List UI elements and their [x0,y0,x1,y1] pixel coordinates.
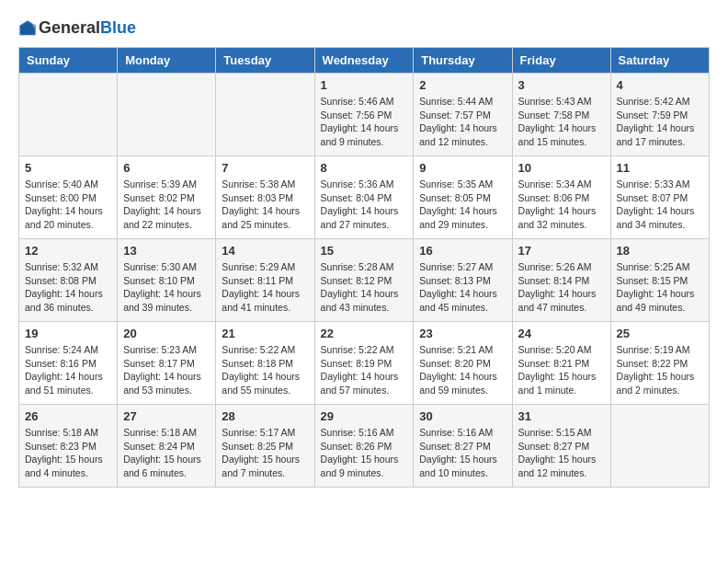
day-header-thursday: Thursday [414,48,512,74]
day-info: Sunrise: 5:30 AMSunset: 8:10 PMDaylight:… [123,260,210,315]
day-number: 11 [617,161,703,175]
calendar-cell: 13 Sunrise: 5:30 AMSunset: 8:10 PMDaylig… [118,239,216,322]
calendar-cell: 8 Sunrise: 5:36 AMSunset: 8:04 PMDayligh… [314,156,414,239]
calendar-cell: 5 Sunrise: 5:40 AMSunset: 8:00 PMDayligh… [19,156,118,239]
day-number: 16 [419,244,506,258]
day-info: Sunrise: 5:18 AMSunset: 8:24 PMDaylight:… [123,426,210,480]
day-info: Sunrise: 5:19 AMSunset: 8:22 PMDaylight:… [617,343,703,397]
day-info: Sunrise: 5:16 AMSunset: 8:26 PMDaylight:… [321,426,408,480]
day-info: Sunrise: 5:20 AMSunset: 8:21 PMDaylight:… [518,343,605,397]
day-info: Sunrise: 5:43 AMSunset: 7:58 PMDaylight:… [518,95,605,149]
day-header-sunday: Sunday [19,48,118,74]
day-info: Sunrise: 5:42 AMSunset: 7:59 PMDaylight:… [617,95,703,149]
calendar-cell: 9 Sunrise: 5:35 AMSunset: 8:05 PMDayligh… [414,156,512,239]
day-info: Sunrise: 5:21 AMSunset: 8:20 PMDaylight:… [419,343,506,397]
day-header-tuesday: Tuesday [216,48,314,74]
calendar-header-row: SundayMondayTuesdayWednesdayThursdayFrid… [19,48,710,74]
calendar-week-1: 1 Sunrise: 5:46 AMSunset: 7:56 PMDayligh… [19,74,710,156]
day-info: Sunrise: 5:29 AMSunset: 8:11 PMDaylight:… [222,260,308,315]
calendar-cell: 22 Sunrise: 5:22 AMSunset: 8:19 PMDaylig… [314,322,414,405]
day-number: 15 [321,244,408,258]
day-number: 4 [617,78,703,92]
calendar-cell: 23 Sunrise: 5:21 AMSunset: 8:20 PMDaylig… [414,322,512,405]
day-info: Sunrise: 5:28 AMSunset: 8:12 PMDaylight:… [321,260,408,315]
day-info: Sunrise: 5:32 AMSunset: 8:08 PMDaylight:… [25,260,111,315]
day-info: Sunrise: 5:46 AMSunset: 7:56 PMDaylight:… [321,95,408,149]
day-number: 22 [321,327,408,340]
day-number: 9 [419,161,506,175]
day-header-saturday: Saturday [610,48,709,74]
day-number: 1 [321,78,408,92]
day-number: 6 [123,161,210,175]
day-header-monday: Monday [118,48,216,74]
day-number: 28 [222,409,308,423]
day-info: Sunrise: 5:35 AMSunset: 8:05 PMDaylight:… [419,178,506,232]
day-header-friday: Friday [512,48,610,74]
day-number: 19 [25,327,111,340]
day-number: 30 [419,409,506,423]
page-header: General Blue [18,18,710,38]
calendar-cell: 12 Sunrise: 5:32 AMSunset: 8:08 PMDaylig… [19,239,118,322]
day-info: Sunrise: 5:39 AMSunset: 8:02 PMDaylight:… [123,178,210,232]
calendar-cell [610,405,709,488]
calendar-cell: 27 Sunrise: 5:18 AMSunset: 8:24 PMDaylig… [118,405,216,488]
calendar-cell: 3 Sunrise: 5:43 AMSunset: 7:58 PMDayligh… [512,74,610,156]
day-info: Sunrise: 5:22 AMSunset: 8:19 PMDaylight:… [321,343,408,397]
calendar-cell: 26 Sunrise: 5:18 AMSunset: 8:23 PMDaylig… [19,405,118,488]
day-info: Sunrise: 5:16 AMSunset: 8:27 PMDaylight:… [419,426,506,480]
calendar-week-3: 12 Sunrise: 5:32 AMSunset: 8:08 PMDaylig… [19,239,710,322]
calendar-cell: 14 Sunrise: 5:29 AMSunset: 8:11 PMDaylig… [216,239,314,322]
day-info: Sunrise: 5:27 AMSunset: 8:13 PMDaylight:… [419,260,506,315]
day-number: 3 [518,78,605,92]
day-number: 25 [617,327,703,340]
day-info: Sunrise: 5:34 AMSunset: 8:06 PMDaylight:… [518,178,605,232]
calendar-cell: 15 Sunrise: 5:28 AMSunset: 8:12 PMDaylig… [314,239,414,322]
logo-blue: Blue [100,18,136,38]
calendar-cell: 21 Sunrise: 5:22 AMSunset: 8:18 PMDaylig… [216,322,314,405]
day-number: 10 [518,161,605,175]
calendar-cell: 28 Sunrise: 5:17 AMSunset: 8:25 PMDaylig… [216,405,314,488]
logo-icon [18,19,37,38]
day-number: 26 [25,409,111,423]
calendar-week-2: 5 Sunrise: 5:40 AMSunset: 8:00 PMDayligh… [19,156,710,239]
day-number: 20 [123,327,210,340]
logo: General Blue [18,18,136,38]
day-header-wednesday: Wednesday [314,48,414,74]
day-info: Sunrise: 5:33 AMSunset: 8:07 PMDaylight:… [617,178,703,232]
day-number: 13 [123,244,210,258]
calendar-cell: 31 Sunrise: 5:15 AMSunset: 8:27 PMDaylig… [512,405,610,488]
calendar-cell: 11 Sunrise: 5:33 AMSunset: 8:07 PMDaylig… [610,156,709,239]
day-number: 18 [617,244,703,258]
day-number: 27 [123,409,210,423]
calendar-cell [118,74,216,156]
logo-general: General [39,18,100,38]
calendar-cell: 17 Sunrise: 5:26 AMSunset: 8:14 PMDaylig… [512,239,610,322]
day-info: Sunrise: 5:36 AMSunset: 8:04 PMDaylight:… [321,178,408,232]
calendar-cell: 1 Sunrise: 5:46 AMSunset: 7:56 PMDayligh… [314,74,414,156]
day-info: Sunrise: 5:40 AMSunset: 8:00 PMDaylight:… [25,178,111,232]
day-number: 24 [518,327,605,340]
calendar-cell: 19 Sunrise: 5:24 AMSunset: 8:16 PMDaylig… [19,322,118,405]
calendar-cell: 30 Sunrise: 5:16 AMSunset: 8:27 PMDaylig… [414,405,512,488]
day-info: Sunrise: 5:26 AMSunset: 8:14 PMDaylight:… [518,260,605,315]
calendar-cell: 20 Sunrise: 5:23 AMSunset: 8:17 PMDaylig… [118,322,216,405]
calendar-cell [19,74,118,156]
day-number: 17 [518,244,605,258]
day-number: 21 [222,327,308,340]
day-info: Sunrise: 5:22 AMSunset: 8:18 PMDaylight:… [222,343,308,397]
day-number: 12 [25,244,111,258]
day-number: 23 [419,327,506,340]
calendar-cell: 29 Sunrise: 5:16 AMSunset: 8:26 PMDaylig… [314,405,414,488]
day-number: 7 [222,161,308,175]
day-number: 29 [321,409,408,423]
day-number: 31 [518,409,605,423]
day-number: 8 [321,161,408,175]
calendar-cell: 6 Sunrise: 5:39 AMSunset: 8:02 PMDayligh… [118,156,216,239]
calendar-table: SundayMondayTuesdayWednesdayThursdayFrid… [18,47,710,488]
day-number: 14 [222,244,308,258]
day-info: Sunrise: 5:23 AMSunset: 8:17 PMDaylight:… [123,343,210,397]
day-number: 2 [419,78,506,92]
day-info: Sunrise: 5:15 AMSunset: 8:27 PMDaylight:… [518,426,605,480]
day-info: Sunrise: 5:17 AMSunset: 8:25 PMDaylight:… [222,426,308,480]
calendar-cell [216,74,314,156]
